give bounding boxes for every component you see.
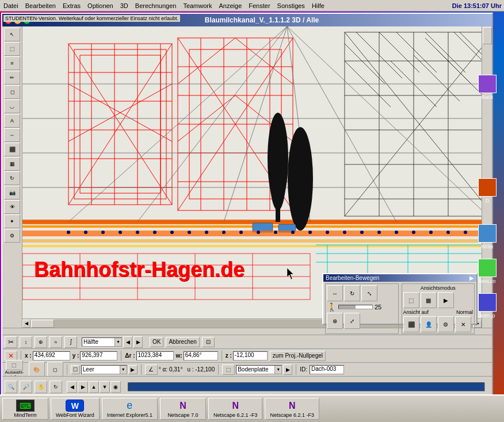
- float-panel-close[interactable]: ▶: [469, 275, 474, 281]
- ok-button[interactable]: OK: [150, 337, 163, 347]
- tool-select[interactable]: ↖: [4, 28, 20, 41]
- svg-rect-79: [22, 239, 482, 243]
- nav-btn5[interactable]: ◉: [110, 381, 121, 393]
- menu-item-fenster[interactable]: Fenster: [245, 2, 273, 10]
- ansicht-icon5[interactable]: ⚙: [438, 316, 454, 332]
- ansicht-icon4[interactable]: 👤: [421, 316, 437, 332]
- menu-item-datei[interactable]: Datei: [0, 2, 22, 10]
- z-input[interactable]: -12,100: [233, 351, 268, 360]
- angle-icon[interactable]: ∠: [145, 365, 158, 375]
- tool-light[interactable]: ✦: [4, 214, 20, 228]
- halfte-right-btn[interactable]: ▶: [133, 336, 143, 348]
- ansicht-icon1[interactable]: ⬚: [403, 292, 419, 308]
- menu-item-3d[interactable]: 3D: [117, 2, 132, 10]
- desktop-icon-d[interactable]: D: [473, 178, 502, 204]
- w-input[interactable]: 64,86°: [184, 351, 218, 360]
- tool-fill[interactable]: ⬛: [4, 143, 20, 156]
- nav-btn2[interactable]: ▶: [78, 381, 88, 393]
- scroll-thumb-right[interactable]: [483, 27, 492, 44]
- tool-pan[interactable]: ≡: [4, 56, 20, 70]
- leer-arrow[interactable]: ▼: [120, 366, 127, 374]
- tool-arc[interactable]: ◡: [4, 99, 20, 113]
- menu-item-anzeige[interactable]: Anzeige: [216, 2, 246, 10]
- taskbar-netscape621-2[interactable]: N Netscape 6.2.1 -F3: [265, 398, 319, 420]
- pan-tool2[interactable]: ✋: [35, 381, 47, 393]
- bodenplatte-dropdown[interactable]: Bodenplatte ▼: [236, 365, 282, 374]
- rotate-tool2[interactable]: ↻: [49, 381, 62, 393]
- nav-btn4[interactable]: ▼: [100, 381, 110, 393]
- scroll-left-button[interactable]: ◀: [22, 320, 30, 328]
- tool-zoom-window[interactable]: ⬚: [4, 42, 20, 56]
- grid-tool[interactable]: ⊕: [35, 336, 47, 348]
- proj-button[interactable]: zum Proj.-Nullpegel: [270, 351, 326, 361]
- bodenplatte-icon[interactable]: ⬚: [222, 365, 235, 375]
- tool-eye[interactable]: 👁: [4, 200, 20, 214]
- menu-item-bearbeiten[interactable]: Bearbeiten: [22, 2, 59, 10]
- halfte-left-btn[interactable]: ◀: [123, 336, 132, 348]
- rotate-icon-btn[interactable]: ↻: [344, 285, 360, 301]
- halfte-arrow[interactable]: ▼: [114, 338, 121, 346]
- flip-icon-btn[interactable]: ⤢: [344, 313, 360, 329]
- nav-btn3[interactable]: ▲: [89, 381, 99, 393]
- tool-rotate[interactable]: ↻: [4, 171, 20, 185]
- material-btn[interactable]: ◻: [47, 362, 63, 378]
- desktop-icon-back[interactable]: Back: [473, 75, 502, 100]
- palette-btn[interactable]: 🎨: [29, 362, 45, 378]
- leer-arrow-btn[interactable]: ▶: [128, 365, 138, 374]
- menu-item-teamwork[interactable]: Teamwork: [180, 2, 215, 10]
- ie-label: Internet Explorer5.1: [107, 412, 152, 418]
- nav-btn1[interactable]: ◀: [67, 381, 77, 393]
- menu-item-sonstiges[interactable]: Sonstiges: [274, 2, 308, 10]
- leer-dropdown[interactable]: Leer ▼: [81, 365, 127, 374]
- taskbar-netscape621-1[interactable]: N Netscape 6.2.1 -F3: [208, 398, 263, 420]
- id-input[interactable]: Dach-003: [310, 365, 344, 374]
- float-panel-title-text: Bearbeiten-Bewegen: [326, 275, 379, 281]
- tool-camera[interactable]: 📷: [4, 186, 20, 200]
- tool-text[interactable]: A: [4, 114, 20, 128]
- svg-point-102: [429, 231, 433, 234]
- tool-dimension[interactable]: ↔: [4, 128, 20, 142]
- speed-slider[interactable]: [338, 305, 373, 309]
- snap-tool[interactable]: ✂: [5, 336, 17, 348]
- ortho-tool[interactable]: ↕: [20, 336, 32, 348]
- tool-shape[interactable]: ◻: [4, 85, 20, 99]
- bodenplatte-arrow-btn[interactable]: ▶: [283, 365, 292, 375]
- taskbar-netscape7[interactable]: N Netscape 7.0: [160, 398, 206, 420]
- snap2-tool[interactable]: ≈: [49, 336, 62, 348]
- left-toolbar: ↖ ⬚ ≡ ✏ ◻ ◡ A ↔ ⬛ ▦ ↻ 📷 👁 ✦ ⚙: [2, 26, 22, 328]
- menu-item-extras[interactable]: Extras: [59, 2, 84, 10]
- svg-point-88: [188, 231, 191, 234]
- x-input[interactable]: 434,692: [33, 351, 70, 360]
- taskbar-webfont[interactable]: W WebFont Wizard: [51, 398, 100, 420]
- taskbar-ie[interactable]: e Internet Explorer5.1: [102, 398, 158, 420]
- zoom-in[interactable]: 🔍: [5, 381, 17, 393]
- tool-misc[interactable]: ⚙: [4, 229, 20, 243]
- move-icon-btn[interactable]: ↔: [327, 285, 343, 301]
- desktop-icon-write[interactable]: Write: [473, 224, 502, 250]
- tool-draw[interactable]: ✏: [4, 71, 20, 85]
- ansicht-icon3[interactable]: ⬛: [403, 316, 419, 332]
- scroll-thumb[interactable]: [31, 320, 54, 328]
- progress-bar: [128, 382, 485, 392]
- menu-item-optionen[interactable]: Optionen: [84, 2, 117, 10]
- ansicht-arrow[interactable]: ▶: [438, 292, 454, 308]
- tool-3d[interactable]: ▦: [4, 157, 20, 171]
- leer-check[interactable]: ☐: [71, 365, 80, 374]
- y-input[interactable]: 926,397: [80, 351, 117, 360]
- auswahl-icon[interactable]: ⬚: [6, 360, 23, 370]
- ansicht-close[interactable]: ✕: [455, 316, 471, 332]
- ansicht-icon2[interactable]: ▦: [421, 292, 437, 308]
- zoom-out[interactable]: 🔎: [20, 381, 32, 393]
- taskbar-mindterm[interactable]: ⌨ MindTerm: [2, 398, 48, 420]
- delta-r-input[interactable]: 1023,384: [136, 351, 174, 360]
- scale-icon-btn[interactable]: ⤡: [361, 285, 377, 301]
- sym-tool[interactable]: ʃ: [64, 336, 77, 348]
- time-display: Die 13:51:07 Uhr: [452, 2, 502, 9]
- abbrechen-button[interactable]: Abbrechen: [166, 337, 199, 347]
- halfte-dropdown[interactable]: Hälfte ▼: [82, 337, 122, 347]
- menu-item-berechnungen[interactable]: Berechnungen: [132, 2, 180, 10]
- confirm-icon[interactable]: ⊡: [202, 337, 215, 347]
- menu-item-hilfe[interactable]: Hilfe: [308, 2, 328, 10]
- align-icon-btn[interactable]: ⊕: [327, 313, 343, 329]
- bodenplatte-arrow[interactable]: ▼: [274, 366, 281, 374]
